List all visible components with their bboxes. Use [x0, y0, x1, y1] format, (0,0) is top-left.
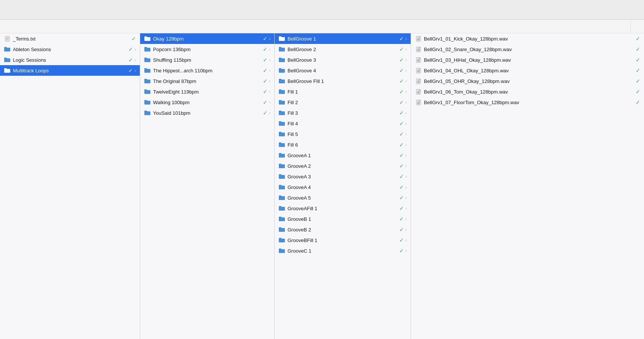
status-icon: ✓: [636, 99, 640, 105]
list-item[interactable]: The Hippest...arch 110bpm✓›: [140, 65, 274, 76]
list-item[interactable]: Fill 2✓›: [275, 97, 411, 108]
status-icon: ✓: [399, 248, 404, 254]
item-name: GrooveB 2: [288, 227, 398, 233]
status-icon: ✓: [399, 89, 404, 95]
status-icon: ✓: [399, 67, 404, 73]
item-name: Fill 6: [288, 142, 398, 148]
list-item[interactable]: Okay 128bpm✓›: [140, 33, 274, 44]
svg-point-36: [418, 103, 419, 103]
status-icon: ✓: [399, 184, 404, 190]
toolbar: [0, 0, 644, 20]
chevron-icon: ›: [269, 89, 270, 94]
list-item[interactable]: BellGrv1_05_OHR_Okay_128bpm.wav✓: [411, 76, 644, 86]
status-icon: ✓: [399, 110, 404, 116]
chevron-icon: ›: [405, 111, 407, 115]
folder-icon: [278, 99, 285, 106]
list-item[interactable]: Multitrack Loops✓›: [0, 65, 140, 76]
folder-icon: [278, 162, 285, 169]
status-icon: ✓: [263, 110, 267, 116]
item-name: BellGroove 1: [288, 36, 398, 42]
list-item[interactable]: GrooveB 1✓›: [275, 214, 411, 224]
list-item[interactable]: Fill 3✓›: [275, 108, 411, 118]
list-item[interactable]: BellGrv1_02_Snare_Okay_128bpm.wav✓: [411, 44, 644, 55]
item-name: BellGroove 4: [288, 68, 398, 73]
list-item[interactable]: GrooveAFill 1✓›: [275, 203, 411, 214]
list-item[interactable]: YouSaid 101bpm✓›: [140, 108, 274, 118]
status-icon: ✓: [636, 57, 640, 63]
chevron-icon: ›: [405, 195, 407, 200]
status-icon: ✓: [263, 78, 267, 84]
chevron-icon: ›: [405, 248, 407, 253]
status-icon: ✓: [399, 216, 404, 222]
status-icon: ✓: [263, 36, 267, 42]
list-item[interactable]: BellGroove 2✓›: [275, 44, 411, 55]
list-item[interactable]: GrooveA 3✓›: [275, 171, 411, 182]
list-item[interactable]: GrooveB 2✓›: [275, 224, 411, 235]
item-name: The Original 87bpm: [153, 78, 261, 84]
svg-rect-19: [416, 68, 420, 73]
add-column-button[interactable]: [630, 20, 644, 33]
file-icon: [4, 35, 11, 42]
list-item[interactable]: BellGroove 4✓›: [275, 65, 411, 76]
list-item[interactable]: TwelveEight 119bpm✓›: [140, 86, 274, 97]
list-item[interactable]: BellGroove 1✓›: [275, 33, 411, 44]
list-item[interactable]: Popcorn 136bpm✓›: [140, 44, 274, 55]
list-item[interactable]: Fill 6✓›: [275, 139, 411, 150]
list-item[interactable]: BellGroove 3✓›: [275, 55, 411, 65]
status-icon: ✓: [636, 46, 640, 52]
status-icon: ✓: [128, 67, 133, 73]
chevron-icon: ›: [405, 206, 407, 211]
folder-icon: [144, 46, 151, 53]
list-item[interactable]: BellGrv1_03_HiHat_Okay_128bpm.wav✓: [411, 55, 644, 65]
list-item[interactable]: Logic Sessions✓›: [0, 55, 140, 65]
folder-icon: [278, 67, 285, 74]
svg-rect-24: [416, 79, 420, 84]
audio-file-icon: [415, 56, 422, 63]
list-item[interactable]: Shuffling 115bpm✓›: [140, 55, 274, 65]
list-item[interactable]: The Original 87bpm✓›: [140, 76, 274, 86]
item-name: GrooveAFill 1: [288, 206, 398, 211]
list-item[interactable]: GrooveA 2✓›: [275, 161, 411, 171]
status-icon: ✓: [636, 67, 640, 73]
status-icon: ✓: [399, 205, 404, 211]
svg-point-26: [418, 81, 419, 82]
list-item[interactable]: GrooveA 4✓›: [275, 182, 411, 192]
folder-icon: [4, 67, 11, 74]
status-icon: ✓: [263, 57, 267, 63]
list-item[interactable]: BellGrv1_04_OHL_Okay_128bpm.wav✓: [411, 65, 644, 76]
status-icon: ✓: [636, 36, 640, 42]
list-item[interactable]: BellGrv1_07_FloorTom_Okay_128bpm.wav✓: [411, 97, 644, 108]
list-item[interactable]: _Terms.txt✓: [0, 33, 140, 44]
list-item[interactable]: Fill 1✓›: [275, 86, 411, 97]
item-name: BellGrv1_02_Snare_Okay_128bpm.wav: [424, 47, 634, 52]
list-item[interactable]: BellGrv1_01_Kick_Okay_128bpm.wav✓: [411, 33, 644, 44]
list-item[interactable]: GrooveBFill 1✓›: [275, 235, 411, 245]
list-item[interactable]: Walking 100bpm✓›: [140, 97, 274, 108]
item-name: Fill 3: [288, 110, 398, 116]
svg-point-16: [418, 60, 419, 61]
chevron-icon: ›: [405, 100, 407, 105]
folder-icon: [144, 35, 151, 42]
list-item[interactable]: BellGrv1_06_Tom_Okay_128bpm.wav✓: [411, 86, 644, 97]
item-name: Walking 100bpm: [153, 100, 261, 105]
list-item[interactable]: Fill 5✓›: [275, 129, 411, 139]
item-name: Okay 128bpm: [153, 36, 261, 42]
item-name: GrooveA 5: [288, 195, 398, 201]
chevron-icon: ›: [405, 89, 407, 94]
list-item[interactable]: GrooveC 1✓›: [275, 245, 411, 256]
folder-icon: [278, 173, 285, 180]
list-item[interactable]: BellGroove FIll 1✓›: [275, 76, 411, 86]
browser: _Terms.txt✓ Ableton Sessions✓› Logic Ses…: [0, 33, 644, 339]
svg-rect-14: [416, 58, 420, 62]
folder-icon: [278, 120, 285, 127]
item-name: GrooveC 1: [288, 248, 398, 254]
list-item[interactable]: Fill 4✓›: [275, 118, 411, 129]
list-item[interactable]: Ableton Sessions✓›: [0, 44, 140, 55]
item-name: Ableton Sessions: [13, 47, 127, 52]
status-icon: ✓: [636, 78, 640, 84]
chevron-icon: ›: [405, 79, 407, 83]
list-item[interactable]: GrooveA 5✓›: [275, 192, 411, 203]
folder-icon: [278, 131, 285, 137]
folder-icon: [144, 56, 151, 63]
list-item[interactable]: GrooveA 1✓›: [275, 150, 411, 161]
